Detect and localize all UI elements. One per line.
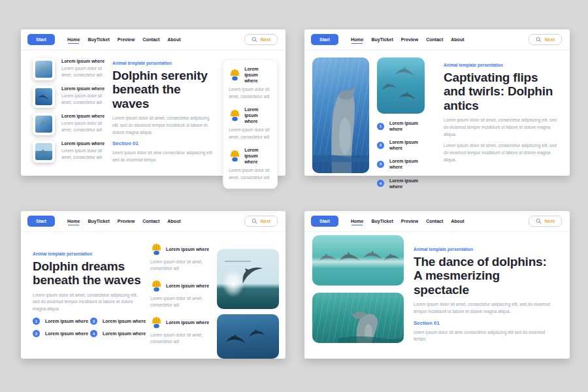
navbar: Start Home BuyTicket Preview Contact Abo… <box>304 29 570 50</box>
list-item-desc: Lorem ipsum dolor sit amet, consectetur … <box>61 65 112 79</box>
next-button[interactable]: Next <box>529 216 562 227</box>
numbered-label: Lorem ipsum where <box>45 331 88 336</box>
slide-title: The dance of dolphins: A mesmerizing spe… <box>414 255 554 297</box>
body-paragraph: Lorem ipsum dolor sit amet, consectetur … <box>414 301 554 316</box>
number-badge: 1 <box>33 318 40 325</box>
next-button[interactable]: Next <box>244 34 278 45</box>
list-item: Lorem ipsum whereLorem ipsum dolor sit a… <box>33 58 112 80</box>
nav-item-home[interactable]: Home <box>351 37 363 42</box>
numbered-label: Lorem ipsum where <box>389 178 425 189</box>
feature-desc: Lorem ipsum dolor sit amet, consectetur … <box>150 332 210 346</box>
start-button[interactable]: Start <box>311 216 338 227</box>
feature-desc: Lorem ipsum dolor sit amet, consectetur … <box>150 295 210 309</box>
feature-desc: Lorem ipsum dolor sit amet, consectetur … <box>150 259 210 272</box>
nav-item-buyticket[interactable]: BuyTicket <box>88 219 109 223</box>
number-badge: 3 <box>90 318 97 325</box>
main-content: Animal template persentation Captivating… <box>444 57 563 189</box>
feature-title: Lorem ipsum where <box>166 283 209 289</box>
next-button-label: Next <box>545 37 555 42</box>
nav-item-contact[interactable]: Contact <box>142 219 159 223</box>
feature-desc: Lorem ipsum dolor sit amet, consectetur … <box>229 127 272 140</box>
nav-item-about[interactable]: About <box>451 37 464 42</box>
slide-title: Dolphin serenity beneath the waves <box>112 69 216 110</box>
body-paragraph: Lorem ipsum dolor sit amet, consectetur … <box>444 142 563 164</box>
numbered-item: 3Lorem ipsum where <box>377 158 425 170</box>
nav-item-buyticket[interactable]: BuyTicket <box>371 37 393 42</box>
numbered-item: 2Lorem ipsum where <box>377 139 425 151</box>
dolphin-portrait-photo <box>312 57 369 173</box>
numbered-list: 1Lorem ipsum where 2Lorem ipsum where 3L… <box>377 120 425 189</box>
feature-title: Lorem ipsum where <box>244 66 272 84</box>
navbar: Start Home BuyTicket Preview Contact Abo… <box>21 211 286 232</box>
nav-item-preview[interactable]: Preview <box>118 37 135 42</box>
nav-item-about[interactable]: About <box>451 219 464 223</box>
numbered-label: Lorem ipsum where <box>389 120 425 132</box>
numbered-label: Lorem ipsum where <box>389 158 425 170</box>
main-content: Animal template persentation Dolphin ser… <box>112 57 216 189</box>
nav-item-buyticket[interactable]: BuyTicket <box>371 219 393 223</box>
numbered-item: 1Lorem ipsum where <box>377 120 425 132</box>
feature-desc: Lorem ipsum dolor sit amet, consectetur … <box>229 86 272 100</box>
search-icon <box>252 37 257 42</box>
nav-item-preview[interactable]: Preview <box>118 219 135 223</box>
nav-item-contact[interactable]: Contact <box>142 37 159 42</box>
dolphin-thumbnail <box>33 86 55 108</box>
photo-column <box>312 235 404 348</box>
feature-item: Lorem ipsum where Lorem ipsum dolor sit … <box>229 147 272 181</box>
template-preview-canvas: Start Home BuyTicket Preview Contact Abo… <box>0 0 588 392</box>
dolphin-thumbnail <box>33 140 55 163</box>
feature-title: Lorem ipsum where <box>166 246 209 252</box>
main-content: Animal template persentation Dolphin dre… <box>33 241 145 359</box>
numbered-item: 4Lorem ipsum where <box>90 330 148 337</box>
numbered-label: Lorem ipsum where <box>389 139 425 151</box>
nav-item-preview[interactable]: Preview <box>401 37 418 42</box>
slide-title: Captivating flips and twirls: Dolphin an… <box>444 71 563 112</box>
next-button-label: Next <box>261 37 270 42</box>
feature-item: Lorem ipsum where Lorem ipsum dolor sit … <box>150 316 210 346</box>
nav-item-home[interactable]: Home <box>351 219 363 223</box>
eyebrow-label: Animal template persentation <box>414 247 554 252</box>
list-item-desc: Lorem ipsum dolor sit amet, consectetur … <box>61 93 112 106</box>
swimming-dolphins-photo <box>217 314 279 359</box>
numbered-item: 4Lorem ipsum where <box>377 178 425 189</box>
feature-title: Lorem ipsum where <box>166 319 209 325</box>
search-icon <box>536 218 542 224</box>
number-badge: 2 <box>377 142 384 149</box>
shell-icon <box>229 108 241 122</box>
slide-captivating-flips: Start Home BuyTicket Preview Contact Abo… <box>304 29 570 176</box>
nav-item-home[interactable]: Home <box>67 37 80 42</box>
feature-item: Lorem ipsum where Lorem ipsum dolor sit … <box>150 279 210 309</box>
photo-column <box>217 241 279 359</box>
numbered-item: 3Lorem ipsum where <box>90 318 148 325</box>
start-button[interactable]: Start <box>311 34 338 45</box>
next-button-label: Next <box>261 219 270 223</box>
start-button[interactable]: Start <box>27 34 55 45</box>
nav-item-contact[interactable]: Contact <box>426 219 443 223</box>
feature-item: Lorem ipsum where Lorem ipsum dolor sit … <box>229 66 272 100</box>
number-badge: 4 <box>377 180 384 187</box>
section-text: lorem ipsum dolor sit ame consectetur ad… <box>112 150 216 164</box>
eyebrow-label: Animal template persentation <box>444 63 563 67</box>
underwater-dolphins-photo <box>377 57 425 114</box>
dolphin-thumbnail <box>33 58 55 80</box>
body-paragraph: Lorem ipsum dolor sit amet, consectetur … <box>444 117 563 139</box>
number-badge: 1 <box>377 123 384 130</box>
nav-item-contact[interactable]: Contact <box>426 37 443 42</box>
nav-item-about[interactable]: About <box>167 219 180 223</box>
nav-item-buyticket[interactable]: BuyTicket <box>88 37 109 42</box>
numbered-item: 2Lorem ipsum where <box>33 330 90 337</box>
numbered-label: Lorem ipsum where <box>45 318 88 324</box>
next-button[interactable]: Next <box>529 34 562 45</box>
next-button[interactable]: Next <box>244 216 278 227</box>
shell-icon <box>150 242 163 256</box>
feature-column: Lorem ipsum where Lorem ipsum dolor sit … <box>150 241 210 359</box>
list-item: Lorem ipsum whereLorem ipsum dolor sit a… <box>33 140 112 163</box>
nav-item-about[interactable]: About <box>167 37 180 42</box>
feature-desc: Lorem ipsum dolor sit amet, consectetur … <box>229 167 272 181</box>
start-button[interactable]: Start <box>27 216 55 227</box>
feature-title: Lorem ipsum where <box>244 106 272 124</box>
list-item-desc: Lorem ipsum dolor sit amet, consectetur … <box>61 120 112 134</box>
nav-item-preview[interactable]: Preview <box>401 219 418 223</box>
nav-item-home[interactable]: Home <box>67 219 80 223</box>
jumping-dolphin-photo <box>217 249 279 309</box>
